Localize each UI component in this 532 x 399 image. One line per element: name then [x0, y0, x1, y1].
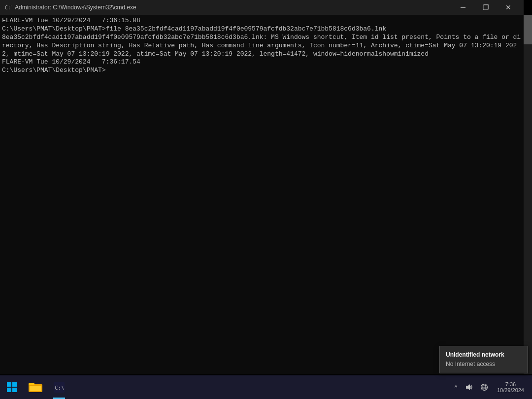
network-icon[interactable] [477, 375, 491, 399]
terminal-line-3: 8ea35c2bfdf4cad1197abadd19f4f0e09579afcf… [2, 33, 522, 59]
systray-chevron[interactable]: ^ [452, 375, 460, 399]
start-button[interactable] [0, 375, 24, 399]
clock-date: 10/29/2024 [497, 387, 524, 393]
window-title: Administrator: C:\Windows\System32\cmd.e… [15, 4, 136, 11]
taskbar-cmd[interactable]: C:\ [47, 375, 71, 399]
svg-rect-5 [12, 388, 17, 392]
system-clock[interactable]: 7:36 10/29/2024 [493, 375, 528, 399]
terminal-line-2: C:\Users\PMAT\Desktop\PMAT>file 8ea35c2b… [2, 25, 522, 33]
taskbar-left: C:\ [0, 375, 71, 399]
terminal-line-5: FLARE-VM Tue 10/29/2024 7:36:17.54 [2, 58, 522, 66]
scrollbar[interactable] [524, 15, 532, 374]
svg-marker-11 [466, 384, 470, 390]
cmd-taskbar-icon: C:\ [54, 382, 65, 393]
svg-rect-8 [30, 386, 41, 391]
taskbar: C:\ ^ [0, 375, 532, 399]
terminal-line-1: FLARE-VM Tue 10/29/2024 7:36:15.08 [2, 17, 522, 25]
network-tooltip-subtitle: No Internet access [446, 360, 522, 369]
svg-rect-7 [29, 383, 34, 385]
close-button[interactable]: ✕ [497, 0, 520, 15]
title-bar-controls: ─ ❐ ✕ [452, 0, 520, 15]
title-bar: C:\ Administrator: C:\Windows\System32\c… [0, 0, 524, 15]
network-svg [480, 383, 488, 391]
svg-text:C:\: C:\ [55, 385, 65, 391]
svg-rect-3 [12, 382, 17, 387]
network-tooltip: Unidentified network No Internet access [439, 346, 528, 373]
svg-rect-2 [7, 382, 11, 387]
network-tooltip-title: Unidentified network [446, 350, 522, 360]
taskbar-right: ^ 7:36 [452, 375, 532, 399]
clock-time: 7:36 [505, 381, 516, 387]
speaker-icon[interactable] [462, 375, 475, 399]
title-bar-left: C:\ Administrator: C:\Windows\System32\c… [4, 3, 136, 11]
chevron-icon: ^ [454, 384, 458, 390]
folder-icon [29, 381, 42, 393]
terminal-content: FLARE-VM Tue 10/29/2024 7:36:15.08 C:\Us… [0, 15, 524, 374]
speaker-svg [465, 383, 472, 391]
scrollbar-thumb[interactable] [524, 15, 532, 44]
windows-logo-icon [7, 382, 17, 392]
svg-rect-4 [7, 388, 11, 392]
cmd-icon: C:\ [4, 3, 12, 11]
cmd-window: C:\ Administrator: C:\Windows\System32\c… [0, 0, 524, 374]
systray-area [462, 375, 491, 399]
minimize-button[interactable]: ─ [452, 0, 474, 15]
restore-button[interactable]: ❐ [474, 0, 497, 15]
svg-text:C:\: C:\ [5, 5, 11, 10]
taskbar-file-explorer[interactable] [24, 375, 47, 399]
terminal-line-6: C:\Users\PMAT\Desktop\PMAT> [2, 66, 522, 75]
